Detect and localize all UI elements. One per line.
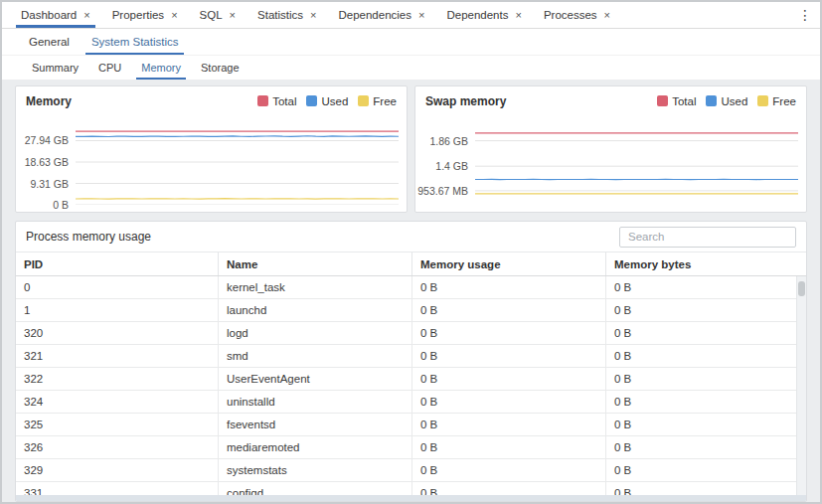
column-header-pid[interactable]: PID <box>16 252 219 275</box>
table-cell: 0 B <box>412 368 606 390</box>
table-cell: 324 <box>16 391 219 413</box>
legend-label: Used <box>721 95 747 107</box>
chart-plot-wrap: 1.86 GB1.4 GB953.67 MB <box>415 111 806 212</box>
process-panel-title: Process memory usage <box>26 230 151 244</box>
process-panel-header: Process memory usage <box>16 222 806 252</box>
table-cell: 320 <box>16 322 219 344</box>
table-row[interactable]: 329systemstats0 B0 B <box>16 459 806 482</box>
table-row[interactable]: 321smd0 B0 B <box>16 345 806 368</box>
tab-dashboard[interactable]: Dashboard× <box>10 2 101 28</box>
table-row[interactable]: 1launchd0 B0 B <box>16 299 806 322</box>
legend-item-free: Free <box>358 95 397 107</box>
main-tab-bar: Dashboard×Properties×SQL×Statistics×Depe… <box>2 2 820 29</box>
table-cell: mediaremoted <box>219 436 412 458</box>
swap-memory-chart-panel: Swap memory TotalUsedFree 1.86 GB1.4 GB9… <box>414 85 807 213</box>
tab-close-icon[interactable]: × <box>230 10 236 21</box>
table-cell: 0 B <box>412 414 606 435</box>
tab-dependencies[interactable]: Dependencies× <box>327 2 435 28</box>
chart-plot-wrap: 27.94 GB18.63 GB9.31 GB0 B <box>16 111 407 212</box>
table-row[interactable]: 325fseventsd0 B0 B <box>16 414 806 436</box>
column-header-name[interactable]: Name <box>219 252 412 275</box>
total-swatch-icon <box>657 95 668 106</box>
y-axis-tick-label: 9.31 GB <box>15 178 69 190</box>
tab-cpu[interactable]: CPU <box>88 56 131 80</box>
free-swatch-icon <box>757 95 768 106</box>
tab-statistics[interactable]: Statistics× <box>247 2 327 28</box>
legend-item-used: Used <box>706 95 747 107</box>
y-axis-tick-label: 1.4 GB <box>414 160 468 172</box>
table-cell: 0 <box>16 276 219 298</box>
legend-item-total: Total <box>657 95 696 107</box>
table-cell: 0 B <box>412 322 606 344</box>
chart-header: Swap memory TotalUsedFree <box>415 86 806 111</box>
tab-storage[interactable]: Storage <box>191 56 249 80</box>
column-header-memory-bytes[interactable]: Memory bytes <box>606 252 806 275</box>
tab-label: Processes <box>544 9 597 21</box>
tab-processes[interactable]: Processes× <box>533 2 621 28</box>
chart-header: Memory TotalUsedFree <box>16 86 407 111</box>
tab-properties[interactable]: Properties× <box>101 2 189 28</box>
table-cell: 0 B <box>606 368 806 390</box>
used-swatch-icon <box>306 95 317 106</box>
tab-system-statistics[interactable]: System Statistics <box>81 29 190 55</box>
tab-close-icon[interactable]: × <box>171 10 177 21</box>
tab-summary[interactable]: Summary <box>22 56 88 80</box>
tab-label: SQL <box>200 9 223 21</box>
vertical-scrollbar-track[interactable] <box>796 276 806 501</box>
chart-title: Memory <box>26 94 72 108</box>
tab-dependents[interactable]: Dependents× <box>435 2 532 28</box>
legend-label: Free <box>772 95 796 107</box>
vertical-scrollbar-thumb[interactable] <box>798 281 805 296</box>
sub-tab-bar: GeneralSystem Statistics <box>2 29 820 56</box>
table-row[interactable]: 326mediaremoted0 B0 B <box>16 436 806 459</box>
tab-label: Dashboard <box>21 9 77 21</box>
horizontal-scrollbar-track[interactable] <box>16 495 806 501</box>
tab-close-icon[interactable]: × <box>418 10 424 21</box>
dashboard-window: Dashboard×Properties×SQL×Statistics×Depe… <box>0 0 822 504</box>
table-cell: 0 B <box>606 276 806 298</box>
tab-close-icon[interactable]: × <box>310 10 316 21</box>
table-cell: logd <box>219 322 412 344</box>
free-swatch-icon <box>358 95 369 106</box>
chart-legend: TotalUsedFree <box>657 95 796 107</box>
tab-memory[interactable]: Memory <box>131 56 191 80</box>
legend-label: Free <box>373 95 397 107</box>
memory-line-chart: 27.94 GB18.63 GB9.31 GB0 B <box>76 119 399 205</box>
legend-label: Used <box>321 95 348 107</box>
table-cell: 0 B <box>606 414 806 435</box>
table-row[interactable]: 320logd0 B0 B <box>16 322 806 345</box>
tab-close-icon[interactable]: × <box>83 10 89 21</box>
table-cell: systemstats <box>219 459 412 481</box>
table-row[interactable]: 324uninstalld0 B0 B <box>16 391 806 414</box>
table-row[interactable]: 322UserEventAgent0 B0 B <box>16 368 806 391</box>
dashboard-content: Memory TotalUsedFree 27.94 GB18.63 GB9.3… <box>2 80 820 502</box>
tab-close-icon[interactable]: × <box>604 10 610 21</box>
tab-general[interactable]: General <box>18 29 81 55</box>
memory-chart-panel: Memory TotalUsedFree 27.94 GB18.63 GB9.3… <box>15 85 408 213</box>
y-axis-tick-label: 0 B <box>15 199 69 211</box>
stat-tab-bar: SummaryCPUMemoryStorage <box>2 56 820 80</box>
table-cell: 329 <box>16 459 219 481</box>
table-cell: launchd <box>219 299 412 321</box>
table-cell: 0 B <box>412 299 606 321</box>
table-cell: 0 B <box>412 276 606 298</box>
tab-sql[interactable]: SQL× <box>189 2 247 28</box>
table-header-row: PIDNameMemory usageMemory bytes <box>16 252 806 276</box>
table-cell: 0 B <box>606 345 806 367</box>
tab-label: Dependencies <box>338 9 411 21</box>
tab-close-icon[interactable]: × <box>515 10 521 21</box>
table-cell: 1 <box>16 299 219 321</box>
table-cell: 0 B <box>412 459 606 481</box>
table-cell: uninstalld <box>219 391 412 413</box>
table-row[interactable]: 0kernel_task0 B0 B <box>16 276 806 299</box>
column-header-memory-usage[interactable]: Memory usage <box>412 252 606 275</box>
kebab-menu-icon[interactable]: ⋮ <box>798 8 812 22</box>
table-cell: 326 <box>16 436 219 458</box>
legend-item-total: Total <box>257 95 296 107</box>
table-cell: 0 B <box>412 391 606 413</box>
chart-legend: TotalUsedFree <box>257 95 397 107</box>
table-cell: kernel_task <box>219 276 412 298</box>
y-axis-tick-label: 1.86 GB <box>414 135 468 147</box>
search-input[interactable] <box>619 227 796 248</box>
used-swatch-icon <box>706 95 717 106</box>
